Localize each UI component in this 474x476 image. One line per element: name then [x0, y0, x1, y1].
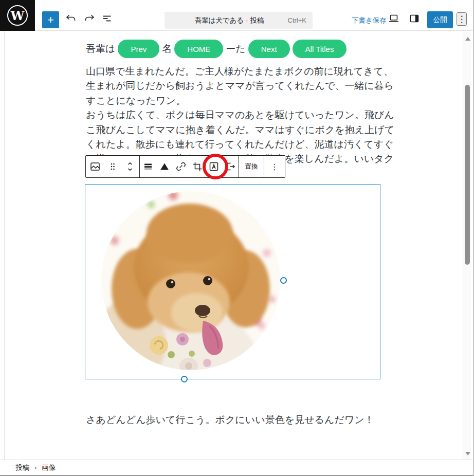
preview-icon[interactable]	[388, 12, 400, 25]
home-button[interactable]: HOME	[174, 40, 223, 58]
redo-icon[interactable]	[83, 12, 96, 25]
undo-icon[interactable]	[65, 12, 77, 25]
scroll-down-icon[interactable]	[465, 452, 470, 455]
shortcut-hint: Ctrl+K	[288, 16, 306, 24]
options-menu-icon[interactable]: ⋮	[457, 12, 467, 26]
scrollbar-thumb[interactable]	[465, 85, 470, 265]
block-options-icon[interactable]: ⋮	[264, 156, 285, 177]
paragraph-line: 生まれが同じだから飼おうよとママが言ってくれたんで、一緒に暮ら	[86, 79, 389, 93]
scroll-up-icon[interactable]	[465, 37, 470, 41]
toolbar-group-options: ⋮	[264, 156, 285, 177]
prev-button[interactable]: Prev	[118, 40, 159, 58]
paragraph-line: こ飛びんこしてママに抱き着くんだ。ママはすぐにボクを抱え上げて	[86, 123, 389, 137]
align-icon[interactable]	[140, 156, 156, 177]
document-title: 吾輩は犬である · 投稿	[171, 16, 288, 25]
document-overview-icon[interactable]	[101, 12, 113, 25]
paragraph-line: 山口県で生まれたんだ。ご主人様がたまたまボクの前に現れてきて、	[86, 64, 389, 79]
breadcrumb-image[interactable]: 画像	[42, 463, 56, 472]
paragraph-line: すことになったワン。	[86, 94, 389, 108]
replace-button[interactable]: 置換	[239, 156, 264, 177]
all-titles-button[interactable]: All Titles	[293, 40, 347, 58]
toolbar-group-block	[86, 156, 139, 177]
link-icon[interactable]	[173, 156, 189, 177]
text-fragment: 吾輩は	[86, 40, 115, 58]
duotone-filter-icon[interactable]	[156, 156, 173, 177]
next-button[interactable]: Next	[248, 40, 290, 58]
wordpress-block-editor: { "colors": { "accent_blue": "#1a7cbc", …	[0, 0, 474, 476]
wordpress-logo[interactable]: W	[0, 0, 35, 31]
add-block-button[interactable]: +	[42, 11, 59, 28]
expand-on-click-icon[interactable]	[222, 156, 239, 177]
story-paragraph-block[interactable]: 山口県で生まれたんだ。ご主人様がたまたまボクの前に現れてきて、 生まれが同じだか…	[86, 64, 389, 167]
move-up-down-icon[interactable]	[121, 156, 139, 177]
toolbar-group-replace: 置換	[239, 156, 264, 177]
closing-paragraph-block[interactable]: さあどんどん歩いて行こう。ボクにいい景色を見せるんだワン！	[86, 413, 389, 427]
crop-icon[interactable]	[189, 156, 206, 177]
toolbar-group-tools	[139, 156, 239, 177]
breadcrumb-bar: 投稿 › 画像	[0, 460, 473, 475]
resize-handle-bottom[interactable]	[181, 376, 188, 382]
text-fragment: 名	[162, 40, 172, 58]
command-palette[interactable]: 吾輩は犬である · 投稿 Ctrl+K	[165, 12, 313, 29]
settings-sidebar-icon[interactable]	[408, 12, 421, 25]
chevron-right-icon: ›	[34, 464, 37, 471]
vertical-scrollbar[interactable]	[463, 31, 471, 460]
wordpress-w-icon: W	[7, 5, 28, 26]
image-block-toolbar: 置換 ⋮	[85, 155, 285, 178]
dog-photo[interactable]	[101, 191, 280, 370]
drag-handle-icon[interactable]	[104, 156, 121, 177]
paragraph-line: さあどんどん歩いて行こう。ボクにいい景色を見せるんだワン！	[86, 413, 389, 427]
text-fragment: ーた	[226, 40, 245, 58]
breadcrumb-post[interactable]: 投稿	[15, 463, 29, 472]
resize-handle-right[interactable]	[280, 277, 287, 284]
paragraph-line: おうちは広くて、ボクは毎日ママのあとを駆けていったワン。飛びん	[86, 108, 389, 122]
editor-top-bar: W + 吾輩は犬である · 投稿 Ctrl+K 下書き保存 公開 ⋮	[0, 0, 474, 31]
save-draft-button[interactable]: 下書き保存	[352, 16, 387, 25]
title-paragraph-block[interactable]: 吾輩は Prev 名 HOME ーた Next All Titles	[86, 40, 347, 58]
text-over-image-icon[interactable]	[206, 156, 222, 177]
paragraph-line: くれたよ。散歩にも連れて行ってくれたんだけど、泥道は汚くてすぐ	[86, 137, 389, 152]
publish-button[interactable]: 公開	[427, 11, 453, 28]
image-block-icon[interactable]	[86, 156, 104, 177]
